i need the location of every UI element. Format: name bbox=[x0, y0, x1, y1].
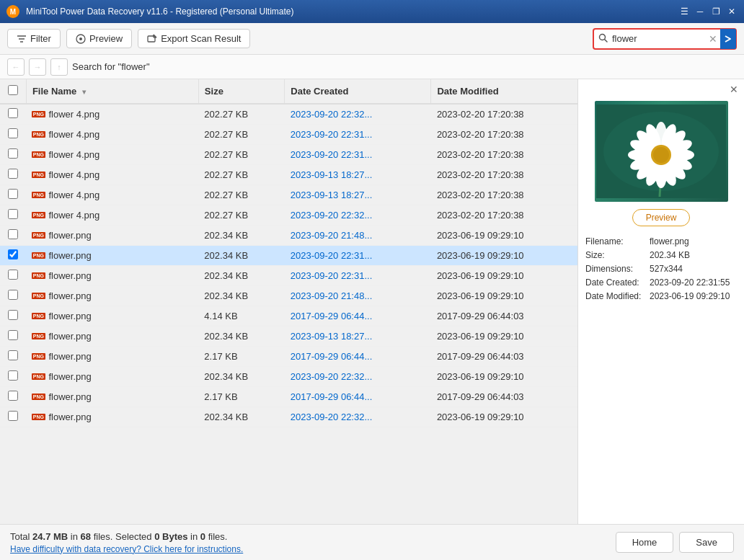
date-created-value: 2023-09-20 22:31:55 bbox=[650, 277, 730, 288]
row-checkbox[interactable] bbox=[8, 108, 18, 118]
file-type-icon: PNG bbox=[32, 412, 45, 423]
row-created-cell: 2023-09-13 18:27... bbox=[285, 185, 431, 205]
row-size-cell: 202.34 KB bbox=[198, 407, 284, 427]
forward-btn[interactable]: → bbox=[29, 58, 46, 76]
search-input[interactable] bbox=[612, 33, 706, 44]
row-filename: flower.png bbox=[48, 250, 91, 261]
header-checkbox-col bbox=[0, 79, 26, 104]
row-created-cell: 2023-09-13 18:27... bbox=[285, 326, 431, 347]
save-button[interactable]: Save bbox=[679, 532, 734, 553]
preview-action-btn[interactable]: Preview bbox=[632, 209, 691, 226]
row-checkbox-cell bbox=[0, 104, 26, 125]
title-bar-text: MiniTool Power Data Recovery v11.6 - Reg… bbox=[26, 6, 678, 17]
up-btn[interactable]: ↑ bbox=[50, 58, 68, 76]
header-created-col[interactable]: Date Created bbox=[285, 79, 431, 104]
header-size-col[interactable]: Size bbox=[198, 79, 284, 104]
preview-button[interactable]: Preview bbox=[66, 29, 132, 48]
row-checkbox[interactable] bbox=[8, 350, 18, 360]
table-row[interactable]: PNGflower 4.png202.27 KB2023-09-20 22:32… bbox=[0, 205, 577, 226]
window-menu-btn[interactable]: ☰ bbox=[678, 5, 691, 18]
table-row[interactable]: PNGflower.png202.34 KB2023-09-20 22:31..… bbox=[0, 246, 577, 266]
table-row[interactable]: PNGflower.png202.34 KB2023-09-20 22:32..… bbox=[0, 367, 577, 387]
table-row[interactable]: PNGflower.png202.34 KB2023-09-20 22:32..… bbox=[0, 407, 577, 427]
file-type-icon: PNG bbox=[32, 190, 45, 201]
file-type-icon: PNG bbox=[32, 109, 45, 120]
row-checkbox[interactable] bbox=[8, 249, 18, 259]
table-row[interactable]: PNGflower.png2.17 KB2017-09-29 06:44...2… bbox=[0, 387, 577, 407]
table-row[interactable]: PNGflower.png202.34 KB2023-09-20 21:48..… bbox=[0, 286, 577, 306]
row-size-cell: 202.34 KB bbox=[198, 367, 284, 387]
row-filename: flower.png bbox=[48, 412, 91, 422]
table-row[interactable]: PNGflower 4.png202.27 KB2023-09-20 22:31… bbox=[0, 125, 577, 145]
detail-dimensions: Dimensions: 527x344 bbox=[585, 264, 737, 274]
row-checkbox-cell bbox=[0, 367, 26, 387]
select-all-checkbox[interactable] bbox=[8, 85, 18, 95]
filter-button[interactable]: Filter bbox=[7, 29, 61, 48]
preview-image bbox=[595, 101, 728, 202]
row-checkbox[interactable] bbox=[8, 229, 18, 239]
row-filename: flower 4.png bbox=[48, 109, 99, 120]
table-row[interactable]: PNGflower 4.png202.27 KB2023-09-13 18:27… bbox=[0, 165, 577, 185]
row-modified-cell: 2023-06-19 09:29:10 bbox=[431, 407, 577, 427]
sort-icon: ▾ bbox=[82, 88, 86, 96]
row-modified-cell: 2023-06-19 09:29:10 bbox=[431, 226, 577, 246]
file-table[interactable]: File Name ▾ Size Date Created Date Modif… bbox=[0, 79, 577, 524]
search-clear-btn[interactable]: ✕ bbox=[706, 33, 720, 45]
table-row[interactable]: PNGflower 4.png202.27 KB2023-09-20 22:31… bbox=[0, 145, 577, 165]
row-checkbox[interactable] bbox=[8, 370, 18, 381]
export-button[interactable]: Export Scan Result bbox=[138, 29, 250, 48]
table-row[interactable]: PNGflower.png2.17 KB2017-09-29 06:44...2… bbox=[0, 347, 577, 367]
header-modified-col[interactable]: Date Modified bbox=[431, 79, 577, 104]
row-checkbox[interactable] bbox=[8, 209, 18, 219]
table-row[interactable]: PNGflower.png4.14 KB2017-09-29 06:44...2… bbox=[0, 306, 577, 326]
title-bar: M MiniTool Power Data Recovery v11.6 - R… bbox=[0, 0, 744, 23]
table-row[interactable]: PNGflower.png202.34 KB2023-09-13 18:27..… bbox=[0, 326, 577, 347]
svg-text:M: M bbox=[10, 8, 16, 16]
row-checkbox[interactable] bbox=[8, 330, 18, 340]
row-filename: flower 4.png bbox=[48, 190, 99, 200]
close-btn[interactable]: ✕ bbox=[725, 5, 738, 18]
row-filename-cell: PNGflower 4.png bbox=[26, 165, 198, 185]
row-filename: flower 4.png bbox=[48, 169, 99, 180]
row-checkbox-cell bbox=[0, 185, 26, 205]
preview-close-btn[interactable]: ✕ bbox=[730, 84, 738, 95]
file-rows: PNGflower 4.png202.27 KB2023-09-20 22:32… bbox=[0, 104, 577, 427]
row-checkbox[interactable] bbox=[8, 290, 18, 300]
row-checkbox[interactable] bbox=[8, 189, 18, 199]
size-value: 202.34 KB bbox=[650, 250, 690, 260]
row-checkbox[interactable] bbox=[8, 169, 18, 179]
row-size-cell: 202.34 KB bbox=[198, 226, 284, 246]
search-box[interactable]: ✕ bbox=[593, 28, 737, 50]
results-table: File Name ▾ Size Date Created Date Modif… bbox=[0, 79, 577, 427]
nav-bar: ← → ↑ Search for "flower" bbox=[0, 55, 744, 79]
row-modified-cell: 2023-06-19 09:29:10 bbox=[431, 367, 577, 387]
minimize-btn[interactable]: ─ bbox=[694, 5, 707, 18]
search-go-btn[interactable] bbox=[720, 29, 736, 49]
row-checkbox[interactable] bbox=[8, 411, 18, 421]
table-row[interactable]: PNGflower.png202.34 KB2023-09-20 21:48..… bbox=[0, 226, 577, 246]
row-filename: flower.png bbox=[48, 351, 91, 362]
table-row[interactable]: PNGflower.png202.34 KB2023-09-20 22:31..… bbox=[0, 266, 577, 286]
row-checkbox[interactable] bbox=[8, 128, 18, 138]
row-checkbox[interactable] bbox=[8, 310, 18, 320]
file-details: Filename: flower.png Size: 202.34 KB Dim… bbox=[585, 236, 737, 305]
header-filename-col[interactable]: File Name ▾ bbox=[26, 79, 198, 104]
title-bar-controls: ☰ ─ ❐ ✕ bbox=[678, 5, 738, 18]
row-created-cell: 2023-09-20 22:31... bbox=[285, 125, 431, 145]
table-row[interactable]: PNGflower 4.png202.27 KB2023-09-13 18:27… bbox=[0, 185, 577, 205]
row-checkbox-cell bbox=[0, 326, 26, 347]
row-checkbox[interactable] bbox=[8, 270, 18, 280]
row-checkbox-cell bbox=[0, 226, 26, 246]
row-checkbox-cell bbox=[0, 407, 26, 427]
help-link[interactable]: Have difficulty with data recovery? Clic… bbox=[10, 544, 616, 554]
row-checkbox-cell bbox=[0, 266, 26, 286]
back-btn[interactable]: ← bbox=[7, 58, 25, 76]
table-row[interactable]: PNGflower 4.png202.27 KB2023-09-20 22:32… bbox=[0, 104, 577, 125]
maximize-btn[interactable]: ❐ bbox=[709, 5, 722, 18]
row-checkbox[interactable] bbox=[8, 391, 18, 401]
home-button[interactable]: Home bbox=[616, 532, 674, 553]
file-type-icon: PNG bbox=[32, 311, 45, 322]
date-modified-label: Date Modified: bbox=[585, 291, 647, 301]
row-checkbox[interactable] bbox=[8, 148, 18, 159]
row-filename: flower.png bbox=[48, 311, 91, 321]
